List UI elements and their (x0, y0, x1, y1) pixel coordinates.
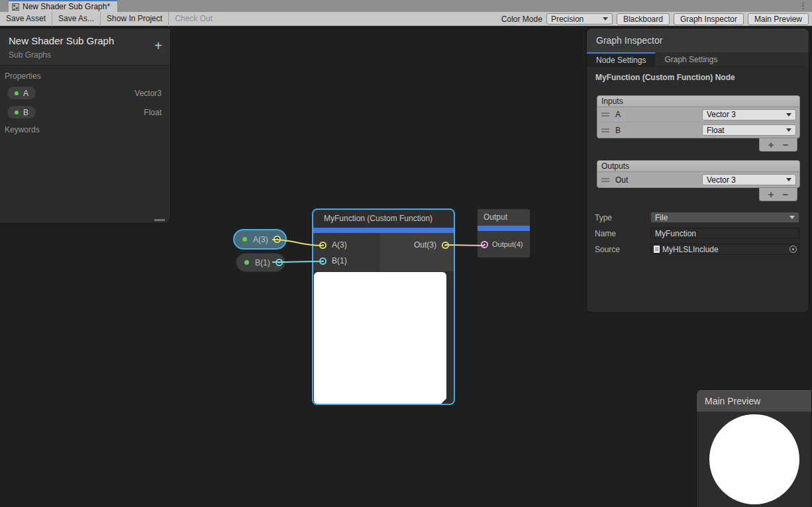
property-pill-b[interactable]: B (7, 105, 36, 119)
input-name: B (615, 126, 621, 135)
node-preview (314, 272, 446, 404)
graph-toolbar: Save Asset Save As... Show In Project Ch… (0, 12, 812, 26)
output-port-label: Out(3) (414, 240, 436, 250)
chevron-down-icon (786, 113, 791, 116)
inspector-tabs: Node Settings Graph Settings (587, 52, 809, 67)
preview-sphere (709, 414, 799, 504)
property-node-label: A(3) (253, 235, 268, 244)
node-title: Output (478, 209, 530, 226)
outputs-list-footer: + − (759, 188, 797, 201)
tab-title: New Shader Sub Graph* (23, 2, 110, 11)
property-node-b[interactable]: B(1) (236, 253, 285, 272)
type-label: Type (595, 213, 650, 222)
check-out-button[interactable]: Check Out (169, 12, 219, 26)
function-fields: Type File Name Source MyHLSLInclude (587, 212, 809, 259)
port-vector4-icon[interactable] (481, 241, 488, 248)
remove-output-button[interactable]: − (782, 189, 788, 200)
window-tab-bar: New Shader Sub Graph* ⋮ (0, 0, 812, 12)
node-settings-heading: MyFunction (Custom Function) Node (595, 73, 799, 82)
preview-resize-handle[interactable] (440, 398, 446, 404)
blackboard-title: New Shader Sub Graph (9, 35, 162, 46)
properties-section-label: Properties (5, 71, 170, 81)
outputs-list-title: Outputs (597, 161, 799, 172)
add-property-button[interactable]: + (154, 39, 162, 52)
outputs-list: Outputs Out Vector 3 + − (597, 160, 800, 201)
list-row: B Float (597, 122, 799, 138)
blackboard-subtitle: Sub Graphs (9, 50, 162, 60)
property-type: Vector3 (134, 89, 162, 98)
node-output-column: Out(3) (380, 233, 454, 271)
drag-handle-icon[interactable] (601, 178, 609, 182)
show-in-project-button[interactable]: Show In Project (101, 12, 168, 26)
port-vector3-icon[interactable] (274, 236, 281, 243)
port-float-icon[interactable] (276, 259, 283, 266)
graph-canvas[interactable]: A(3) B(1) MyFunction (Custom Function) A… (0, 27, 812, 507)
list-row: A Vector 3 (597, 107, 799, 122)
input-name: A (615, 110, 621, 119)
blackboard-toggle-button[interactable]: Blackboard (617, 13, 670, 25)
exposed-dot-icon (244, 260, 249, 265)
blackboard-panel: New Shader Sub Graph Sub Graphs + Proper… (0, 28, 171, 224)
graph-inspector-panel: Graph Inspector Node Settings Graph Sett… (586, 28, 809, 313)
keywords-section-label: Keywords (5, 125, 170, 134)
node-input-column: A(3) B(1) (313, 233, 380, 271)
port-vector3-icon[interactable] (319, 242, 327, 249)
property-pill-a[interactable]: A (7, 86, 36, 100)
exposed-dot-icon (15, 111, 19, 115)
main-preview-panel: Main Preview (696, 389, 812, 507)
main-preview-viewport[interactable] (697, 412, 811, 507)
input-port-label: B(1) (332, 256, 347, 265)
color-mode-label: Color Mode (501, 15, 542, 24)
port-vector3-icon[interactable] (442, 242, 449, 249)
port-float-icon[interactable] (319, 257, 327, 265)
add-input-button[interactable]: + (768, 140, 774, 150)
chevron-down-icon (603, 17, 608, 21)
type-dropdown[interactable]: File (650, 212, 799, 223)
chevron-down-icon (786, 128, 791, 132)
input-port-label: A(3) (332, 240, 347, 250)
main-preview-toggle-button[interactable]: Main Preview (748, 13, 809, 25)
chevron-down-icon (789, 216, 795, 219)
tab-graph-settings[interactable]: Graph Settings (655, 52, 727, 66)
chevron-down-icon (786, 178, 791, 181)
node-title: MyFunction (Custom Function) (313, 210, 454, 228)
output-type-dropdown[interactable]: Vector 3 (702, 174, 796, 185)
color-mode-dropdown[interactable]: Precision (546, 13, 613, 24)
output-name: Out (615, 175, 628, 185)
property-node-label: B(1) (255, 258, 270, 267)
remove-input-button[interactable]: − (782, 140, 788, 150)
output-port-label: Output(4) (492, 240, 523, 248)
graph-inspector-toggle-button[interactable]: Graph Inspector (674, 13, 744, 25)
inputs-list-footer: + − (759, 138, 797, 152)
tab-node-settings[interactable]: Node Settings (587, 52, 655, 66)
file-icon (654, 246, 660, 253)
input-type-dropdown[interactable]: Vector 3 (702, 109, 796, 120)
inputs-list: Inputs A Vector 3 B Float (597, 95, 800, 152)
input-type-dropdown[interactable]: Float (702, 124, 796, 136)
save-asset-button[interactable]: Save Asset (0, 12, 52, 26)
output-node[interactable]: Output Output(4) (477, 208, 531, 258)
source-label: Source (595, 245, 650, 254)
blackboard-resize-handle[interactable] (154, 219, 165, 221)
property-node-a[interactable]: A(3) (233, 229, 287, 250)
shader-graph-icon (12, 3, 19, 11)
overflow-menu-icon[interactable]: ⋮ (799, 1, 807, 11)
property-row: B Float (7, 105, 162, 119)
exposed-dot-icon (15, 91, 19, 95)
blackboard-header: New Shader Sub Graph Sub Graphs + (0, 28, 170, 66)
tab-new-shader-sub-graph[interactable]: New Shader Sub Graph* (9, 0, 117, 12)
save-as-button[interactable]: Save As... (52, 12, 100, 26)
main-preview-title: Main Preview (697, 390, 811, 412)
property-row: A Vector3 (7, 86, 162, 100)
inputs-list-title: Inputs (597, 96, 799, 107)
exposed-dot-icon (242, 237, 247, 242)
drag-handle-icon[interactable] (601, 113, 609, 116)
source-object-field[interactable]: MyHLSLInclude (650, 244, 799, 255)
graph-inspector-title: Graph Inspector (587, 28, 809, 52)
add-output-button[interactable]: + (768, 189, 774, 200)
function-name-field[interactable] (650, 228, 799, 239)
object-picker-icon[interactable] (789, 246, 797, 253)
drag-handle-icon[interactable] (601, 128, 609, 132)
precision-bar (478, 226, 530, 231)
custom-function-node[interactable]: MyFunction (Custom Function) A(3) B(1) O… (312, 208, 455, 405)
